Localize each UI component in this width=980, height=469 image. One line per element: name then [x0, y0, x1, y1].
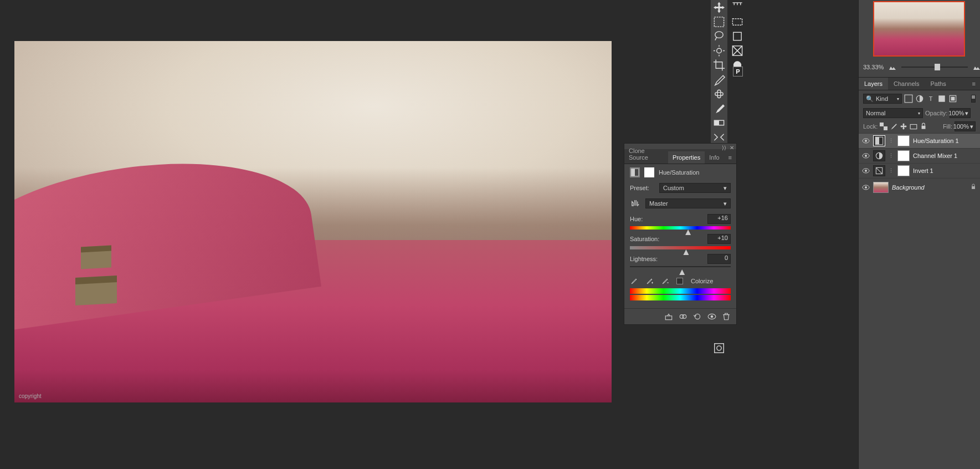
layer-invert[interactable]: ⋮ Invert 1 — [859, 163, 980, 178]
quick-select-tool-icon[interactable] — [712, 44, 726, 57]
tab-channels[interactable]: Channels — [888, 78, 925, 90]
filter-type-icon[interactable]: T — [926, 94, 935, 103]
opacity-label: Opacity: — [925, 110, 947, 116]
layer-background[interactable]: Background — [859, 178, 980, 196]
eyedropper-icon[interactable] — [630, 277, 638, 285]
panel-menu-icon[interactable]: ≡ — [968, 78, 980, 90]
svg-rect-21 — [922, 126, 926, 129]
tab-properties[interactable]: Properties — [668, 151, 705, 164]
hue-value[interactable]: +16 — [707, 214, 731, 224]
filter-adjust-icon[interactable] — [915, 94, 924, 103]
clip-to-layer-icon[interactable] — [664, 312, 673, 321]
blend-mode-select[interactable]: Normal▾ — [863, 108, 923, 118]
link-icon: ⋮ — [889, 153, 894, 159]
lock-all-icon[interactable] — [920, 123, 927, 130]
shuffle-tool-icon[interactable] — [712, 131, 726, 144]
tab-layers[interactable]: Layers — [859, 78, 888, 90]
tools-column — [711, 0, 727, 159]
visibility-icon[interactable] — [862, 152, 870, 160]
move-tool-icon[interactable] — [712, 1, 726, 14]
adjustment-icon — [873, 165, 885, 176]
spectrum-bar-top[interactable] — [630, 288, 731, 294]
toggle-visibility-icon[interactable] — [707, 312, 716, 321]
filter-smart-icon[interactable] — [948, 94, 957, 103]
tab-paths[interactable]: Paths — [925, 78, 952, 90]
layer-hue-saturation[interactable]: ⋮ Hue/Saturation 1 — [859, 133, 980, 148]
quick-mask-icon[interactable] — [713, 342, 725, 354]
panel-menu-icon[interactable]: ≡ — [724, 151, 736, 164]
copyright-text: copyright — [19, 393, 42, 399]
filter-pixel-icon[interactable] — [904, 94, 913, 103]
marquee-tool-icon[interactable] — [712, 16, 726, 28]
tab-info[interactable]: Info — [705, 151, 724, 164]
svg-rect-4 — [717, 90, 721, 98]
lock-nest-icon[interactable] — [910, 123, 917, 130]
panel-collapse[interactable]: ⟩⟩✕ — [722, 145, 734, 151]
tab-clone-source[interactable]: Clone Source — [624, 145, 668, 164]
channel-select[interactable]: Master▾ — [645, 198, 731, 208]
navigator-zoom: 33.33% — [863, 64, 980, 70]
zoom-in-icon[interactable] — [973, 64, 980, 70]
visibility-icon[interactable] — [862, 137, 870, 145]
lock-icon[interactable] — [970, 183, 977, 191]
crop-tool-icon[interactable] — [712, 59, 726, 72]
svg-point-41 — [711, 315, 714, 318]
lightness-slider: Lightness:0 — [624, 252, 736, 272]
layer-mask[interactable] — [897, 135, 910, 146]
ruler-tool-icon[interactable] — [730, 1, 745, 14]
layer-mask[interactable] — [897, 165, 910, 176]
brush-tool-icon[interactable] — [712, 102, 726, 115]
svg-rect-3 — [715, 93, 723, 96]
layer-filter-kind[interactable]: 🔍Kind▾ — [863, 94, 902, 104]
eyedropper-subtract-icon[interactable] — [661, 277, 669, 285]
filter-shape-icon[interactable] — [937, 94, 946, 103]
opacity-value[interactable]: 100%▾ — [950, 108, 971, 118]
visibility-icon[interactable] — [862, 183, 870, 191]
layer-name: Channel Mixer 1 — [913, 152, 957, 159]
zoom-slider[interactable] — [901, 67, 968, 68]
lasso-tool-icon[interactable] — [712, 30, 726, 43]
properties-footer — [624, 308, 736, 324]
document-canvas[interactable]: copyright — [14, 41, 612, 402]
svg-rect-0 — [714, 17, 724, 27]
hue-track[interactable] — [630, 226, 731, 231]
fill-value[interactable]: 100%▾ — [955, 121, 976, 131]
navigator-thumbnail[interactable] — [873, 1, 965, 57]
filter-toggle[interactable] — [971, 95, 976, 103]
view-previous-icon[interactable] — [679, 312, 687, 321]
eyedropper-add-icon[interactable] — [645, 277, 653, 285]
frame-tool-icon[interactable] — [730, 44, 745, 57]
svg-rect-20 — [910, 125, 917, 129]
preset-select[interactable]: Custom▾ — [659, 183, 731, 193]
properties-tabs: Clone Source Properties Info ≡ — [624, 149, 736, 164]
link-icon: ⋮ — [889, 138, 894, 144]
light-value[interactable]: 0 — [707, 254, 731, 264]
plugin-icon[interactable]: P — [733, 67, 743, 77]
mask-icon[interactable] — [644, 167, 654, 177]
svg-rect-36 — [631, 169, 635, 176]
layer-channel-mixer[interactable]: ⋮ Channel Mixer 1 — [859, 148, 980, 163]
delete-icon[interactable] — [722, 312, 731, 321]
light-label: Lightness: — [630, 256, 658, 262]
colorize-checkbox[interactable] — [676, 278, 683, 284]
eyedropper-tool-icon[interactable] — [712, 73, 726, 86]
scrubby-icon[interactable] — [630, 197, 641, 210]
preset-row: Preset: Custom▾ — [624, 181, 736, 195]
lock-paint-icon[interactable] — [890, 123, 897, 130]
spectrum-bar-bottom[interactable] — [630, 295, 731, 300]
canvas-cabin — [75, 276, 117, 305]
healing-tool-icon[interactable] — [712, 88, 726, 100]
zoom-value: 33.33% — [863, 64, 884, 70]
sat-value[interactable]: +10 — [707, 234, 731, 244]
artboard-tool-icon[interactable] — [730, 30, 745, 43]
visibility-icon[interactable] — [862, 167, 870, 175]
zoom-out-icon[interactable] — [889, 64, 896, 70]
reset-icon[interactable] — [693, 312, 702, 321]
layer-mask[interactable] — [897, 150, 910, 161]
light-track[interactable] — [630, 266, 731, 271]
select-tool-icon[interactable] — [730, 16, 745, 28]
lock-trans-icon[interactable] — [880, 123, 887, 130]
sat-track[interactable] — [630, 246, 731, 251]
lock-pos-icon[interactable] — [900, 123, 907, 130]
gradient-tool-icon[interactable] — [712, 116, 726, 129]
